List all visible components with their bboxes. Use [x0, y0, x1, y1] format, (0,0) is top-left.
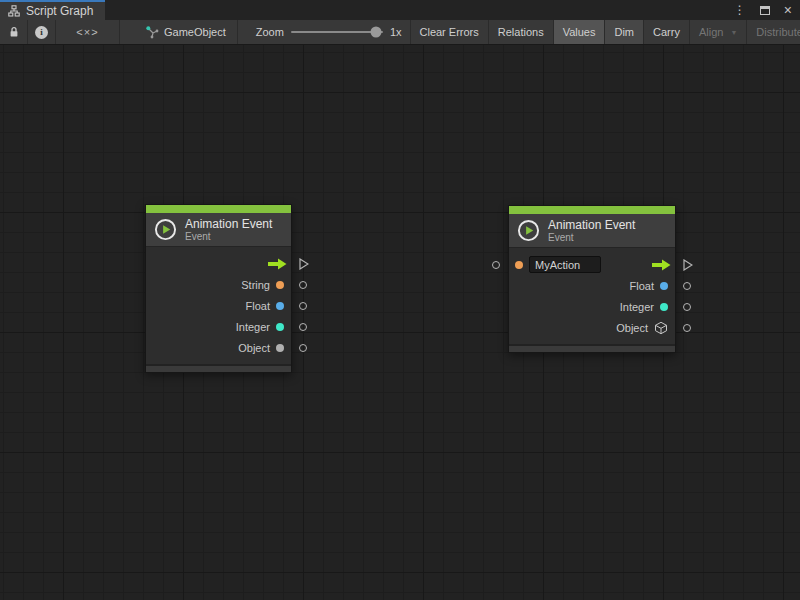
output-row-integer: Integer — [146, 316, 291, 337]
output-row-float: Float — [509, 275, 675, 296]
values-label: Values — [563, 26, 596, 38]
carry-button[interactable]: Carry — [644, 20, 690, 44]
integer-type-dot — [276, 323, 284, 331]
control-output-port[interactable] — [683, 259, 693, 271]
info-icon: i — [35, 26, 48, 39]
output-row-integer: Integer — [509, 296, 675, 317]
animation-event-node-left[interactable]: Animation Event Event Strin — [145, 204, 292, 373]
inspector-button[interactable]: i — [28, 20, 56, 44]
string-output-port[interactable] — [299, 281, 307, 289]
align-label: Align — [699, 26, 723, 38]
lock-button[interactable] — [0, 20, 28, 44]
relations-label: Relations — [498, 26, 544, 38]
node-body: Float Integer Object — [509, 248, 675, 344]
port-label: String — [241, 279, 270, 291]
clear-errors-button[interactable]: Clear Errors — [411, 20, 489, 44]
node-header[interactable]: Animation Event Event — [146, 213, 291, 247]
output-row-object: Object — [146, 337, 291, 358]
float-output-port[interactable] — [683, 282, 691, 290]
dim-button[interactable]: Dim — [605, 20, 644, 44]
port-label: Float — [246, 300, 270, 312]
node-footer — [509, 344, 675, 352]
carry-label: Carry — [653, 26, 680, 38]
port-label: Integer — [236, 321, 270, 333]
control-input-row — [509, 254, 675, 275]
node-title: Animation Event — [185, 218, 272, 231]
object-output-port[interactable] — [683, 324, 691, 332]
port-label: Object — [616, 322, 648, 334]
string-input-port[interactable] — [492, 261, 500, 269]
dim-label: Dim — [614, 26, 634, 38]
zoom-slider[interactable] — [291, 31, 383, 33]
window-menu-icon[interactable]: ⋮ — [734, 4, 746, 16]
port-label: Integer — [620, 301, 654, 313]
distribute-button: Distribute ▼ — [747, 20, 800, 44]
window-controls: ⋮ × — [734, 0, 792, 20]
gameobject-button[interactable]: GameObject — [134, 20, 238, 44]
node-title: Animation Event — [548, 219, 635, 232]
float-type-dot — [660, 282, 668, 290]
close-icon[interactable]: × — [784, 3, 792, 17]
relations-button[interactable]: Relations — [489, 20, 554, 44]
tab-label: Script Graph — [26, 4, 93, 18]
port-label: Float — [630, 280, 654, 292]
variables-button[interactable]: <×> — [56, 20, 120, 44]
align-button: Align ▼ — [690, 20, 747, 44]
node-footer — [146, 364, 291, 372]
node-accent-bar — [509, 206, 675, 214]
event-name-input[interactable] — [529, 256, 601, 273]
tab-script-graph[interactable]: Script Graph — [0, 0, 105, 20]
zoom-slider-handle[interactable] — [370, 27, 381, 38]
integer-type-dot — [660, 303, 668, 311]
flow-arrow-icon — [267, 258, 287, 270]
title-bar: Script Graph ⋮ × — [0, 0, 800, 20]
object-output-port[interactable] — [299, 344, 307, 352]
float-output-port[interactable] — [299, 302, 307, 310]
node-body: String Float Integer Object — [146, 247, 291, 364]
script-graph-icon — [8, 5, 20, 17]
gameobject-label: GameObject — [164, 26, 226, 38]
flow-arrow-icon — [651, 259, 671, 271]
values-button[interactable]: Values — [554, 20, 606, 44]
object-type-dot — [276, 344, 284, 352]
node-subtitle: Event — [185, 231, 272, 242]
integer-output-port[interactable] — [683, 303, 691, 311]
node-accent-bar — [146, 205, 291, 213]
integer-output-port[interactable] — [299, 323, 307, 331]
control-output-row — [146, 253, 291, 274]
chevron-down-icon: ▼ — [730, 29, 737, 36]
node-header[interactable]: Animation Event Event — [509, 214, 675, 248]
zoom-level: 1x — [390, 26, 402, 38]
zoom-control: Zoom 1x — [248, 20, 411, 44]
cube-icon — [654, 321, 668, 335]
output-row-object: Object — [509, 317, 675, 338]
variables-icon: <×> — [76, 26, 98, 38]
output-row-float: Float — [146, 295, 291, 316]
string-type-dot — [276, 281, 284, 289]
node-subtitle: Event — [548, 232, 635, 243]
output-row-string: String — [146, 274, 291, 295]
graph-asset-icon — [145, 25, 159, 39]
control-output-port[interactable] — [299, 258, 309, 270]
zoom-label: Zoom — [256, 26, 284, 38]
lock-icon — [8, 26, 20, 38]
clear-errors-label: Clear Errors — [420, 26, 479, 38]
event-play-icon — [517, 219, 540, 242]
maximize-icon[interactable] — [760, 6, 770, 15]
port-label: Object — [238, 342, 270, 354]
string-type-dot — [515, 261, 523, 269]
event-play-icon — [154, 218, 177, 241]
float-type-dot — [276, 302, 284, 310]
graph-toolbar: i <×> GameObject Zoom 1x Clear Errors Re… — [0, 20, 800, 45]
graph-canvas[interactable]: Animation Event Event Strin — [0, 45, 800, 600]
distribute-label: Distribute — [756, 26, 800, 38]
animation-event-node-right[interactable]: Animation Event Event — [508, 205, 676, 353]
